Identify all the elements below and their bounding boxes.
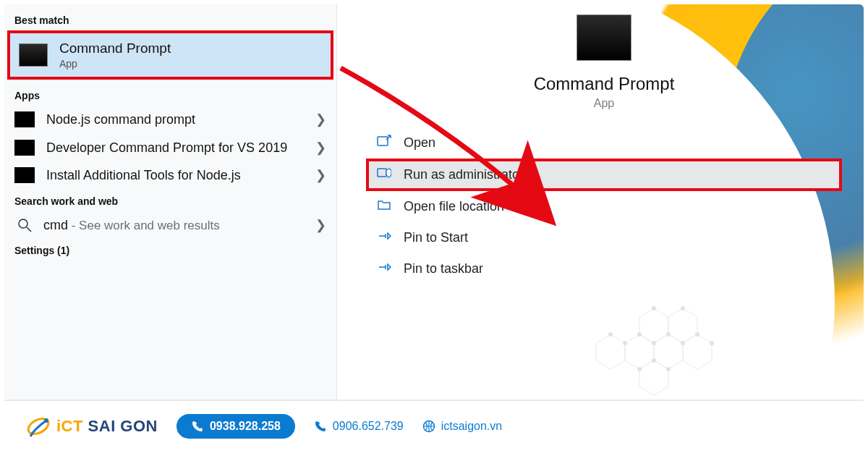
best-match-header: Best match: [4, 9, 336, 30]
open-icon: [376, 135, 392, 151]
detail-subtitle: App: [366, 97, 842, 110]
app-item-node-tools[interactable]: Install Additional Tools for Node.js ❯: [4, 161, 336, 190]
pin-icon: [376, 261, 392, 277]
best-match-subtitle: App: [59, 58, 171, 69]
logo-mark-icon: [26, 411, 51, 442]
shield-icon: [376, 166, 392, 184]
detail-title: Command Prompt: [366, 74, 842, 94]
app-icon: [14, 111, 35, 127]
chevron-right-icon: ❯: [308, 217, 326, 233]
action-open-file-location[interactable]: Open file location: [366, 191, 842, 222]
cmd-icon: [19, 43, 48, 67]
folder-icon: [376, 198, 392, 215]
phone-icon: [191, 420, 204, 433]
svg-rect-22: [378, 137, 388, 145]
web-header: Search work and web: [4, 190, 336, 211]
globe-icon: [422, 420, 435, 433]
web-search-item[interactable]: cmd - See work and web results ❯: [4, 211, 336, 240]
svg-line-21: [27, 227, 31, 232]
website-link[interactable]: ictsaigon.vn: [422, 420, 503, 433]
action-pin-to-start[interactable]: Pin to Start: [366, 222, 842, 253]
pin-icon: [376, 229, 392, 246]
best-match-item[interactable]: Command Prompt App: [7, 30, 333, 80]
svg-point-25: [44, 418, 48, 423]
search-results-panel: Best match Command Prompt App Apps Node.…: [4, 4, 337, 406]
search-icon: [17, 218, 32, 232]
chevron-right-icon: ❯: [308, 140, 326, 156]
action-run-as-admin[interactable]: Run as administrator: [366, 159, 842, 191]
best-match-title: Command Prompt: [59, 41, 171, 56]
chevron-right-icon: ❯: [308, 167, 326, 183]
footer: iCT SAI GON 0938.928.258 0906.652.739 ic…: [4, 400, 864, 452]
phone-secondary[interactable]: 0906.652.739: [314, 420, 404, 433]
app-icon: [14, 140, 35, 156]
app-item-vs2019-cmd[interactable]: Developer Command Prompt for VS 2019 ❯: [4, 134, 336, 162]
app-large-icon: [576, 14, 631, 61]
svg-rect-23: [378, 169, 386, 177]
app-icon: [14, 167, 35, 183]
logo: iCT SAI GON: [26, 411, 158, 442]
action-pin-to-taskbar[interactable]: Pin to taskbar: [366, 253, 842, 284]
phone-primary[interactable]: 0938.928.258: [176, 414, 295, 439]
apps-header: Apps: [4, 84, 336, 106]
settings-header[interactable]: Settings (1): [4, 239, 336, 261]
phone-icon: [314, 420, 327, 433]
app-item-nodejs-cmd[interactable]: Node.js command prompt ❯: [4, 106, 336, 134]
detail-panel: Command Prompt App Open Run as administr…: [337, 4, 864, 406]
svg-point-20: [19, 219, 27, 228]
chevron-right-icon: ❯: [308, 111, 326, 127]
action-open[interactable]: Open: [366, 127, 842, 159]
